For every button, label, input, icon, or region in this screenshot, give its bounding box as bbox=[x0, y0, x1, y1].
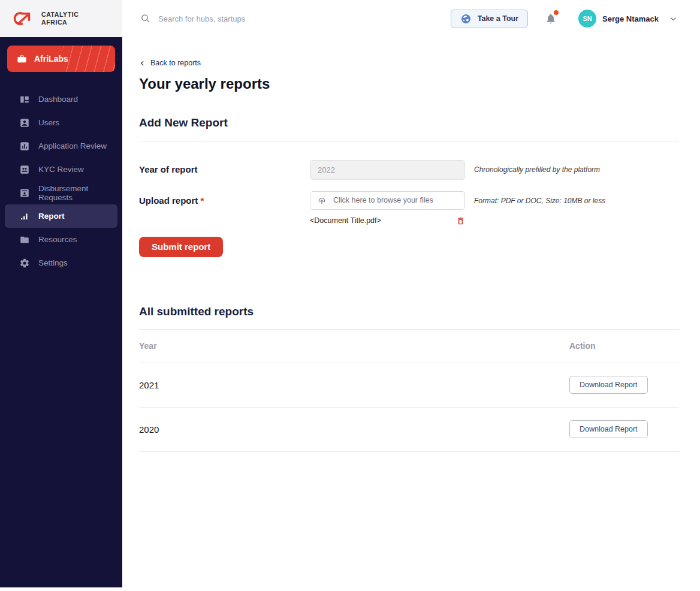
notifications-button[interactable] bbox=[545, 12, 557, 25]
brand-line1: CATALYTIC bbox=[41, 11, 79, 19]
upload-placeholder-text: Click here to browse your files bbox=[333, 196, 433, 204]
take-a-tour-button[interactable]: Take a Tour bbox=[451, 10, 528, 28]
sidebar-item-application-review[interactable]: Application Review bbox=[5, 134, 117, 158]
globe-icon bbox=[460, 13, 472, 25]
add-new-report-heading: Add New Report bbox=[139, 116, 679, 129]
search-input[interactable] bbox=[158, 14, 362, 23]
file-upload-field[interactable]: Click here to browse your files bbox=[310, 191, 465, 210]
all-submitted-reports-heading: All submitted reports bbox=[139, 305, 679, 318]
download-report-button[interactable]: Download Report bbox=[569, 420, 648, 438]
sidebar-item-users[interactable]: Users bbox=[5, 111, 117, 134]
upload-icon bbox=[317, 195, 327, 205]
divider bbox=[139, 141, 679, 141]
year-hint: Chronologically prefilled by the platfor… bbox=[474, 160, 600, 174]
stripe-pattern bbox=[64, 46, 115, 72]
search-bar bbox=[140, 13, 451, 24]
sidebar-item-label: Dashboard bbox=[38, 95, 78, 104]
sidebar-item-disbursement-requests[interactable]: Disbursement Requests bbox=[5, 181, 117, 204]
uploaded-file-row: <Document Title.pdf> bbox=[310, 216, 465, 225]
table-row: 2021 Download Report bbox=[139, 363, 679, 407]
back-link-label: Back to reports bbox=[150, 59, 201, 67]
required-asterisk: * bbox=[201, 195, 204, 206]
sidebar-item-kyc-review[interactable]: KYC Review bbox=[5, 158, 117, 181]
disbursement-icon bbox=[19, 188, 30, 198]
brand-wordmark: CATALYTIC AFRICA bbox=[41, 11, 79, 26]
upload-hint: Format: PDF or DOC, Size: 10MB or less bbox=[474, 191, 605, 205]
brand-line2: AFRICA bbox=[41, 19, 79, 26]
year-of-report-input[interactable] bbox=[310, 160, 465, 180]
year-of-report-label: Year of report bbox=[139, 160, 310, 174]
report-icon bbox=[19, 211, 30, 222]
sidebar-nav: Dashboard Users Application Review KYC R… bbox=[0, 88, 122, 275]
chevron-left-icon bbox=[139, 60, 146, 67]
report-year: 2020 bbox=[139, 424, 569, 435]
sidebar-item-dashboard[interactable]: Dashboard bbox=[5, 88, 117, 111]
sidebar-item-settings[interactable]: Settings bbox=[5, 251, 117, 275]
divider bbox=[139, 451, 679, 452]
users-icon bbox=[19, 117, 30, 128]
notification-badge-dot bbox=[554, 10, 559, 15]
briefcase-icon bbox=[17, 54, 27, 64]
main-content: Back to reports Your yearly reports Add … bbox=[122, 37, 700, 591]
chevron-down-icon bbox=[669, 15, 677, 23]
reports-table-header: Year Action bbox=[139, 330, 679, 363]
uploaded-file-name: <Document Title.pdf> bbox=[310, 216, 381, 225]
trash-icon[interactable] bbox=[456, 216, 465, 225]
action-column-header: Action bbox=[569, 341, 596, 351]
user-menu[interactable]: SN Serge Ntamack bbox=[578, 10, 677, 28]
search-icon bbox=[140, 13, 151, 24]
year-of-report-row: Year of report Chronologically prefilled… bbox=[139, 160, 679, 180]
org-label: AfriLabs bbox=[34, 54, 68, 64]
catalytic-africa-logo-icon bbox=[10, 9, 36, 28]
year-column-header: Year bbox=[139, 341, 569, 351]
sidebar-item-label: Application Review bbox=[38, 141, 107, 150]
sidebar-item-label: Users bbox=[38, 118, 59, 127]
sidebar-item-label: Report bbox=[38, 212, 65, 221]
dashboard-icon bbox=[19, 94, 30, 105]
report-year: 2021 bbox=[139, 380, 569, 390]
page-title: Your yearly reports bbox=[139, 76, 679, 92]
sidebar: AfriLabs Dashboard Users Application Rev… bbox=[0, 37, 122, 587]
take-a-tour-label: Take a Tour bbox=[478, 14, 518, 23]
org-button-afrilabs[interactable]: AfriLabs bbox=[7, 46, 115, 72]
user-name: Serge Ntamack bbox=[602, 14, 659, 23]
table-row: 2020 Download Report bbox=[139, 408, 679, 451]
sidebar-item-resources[interactable]: Resources bbox=[5, 228, 117, 251]
gear-icon bbox=[19, 258, 30, 269]
avatar: SN bbox=[578, 10, 596, 28]
upload-report-label: Upload report * bbox=[139, 191, 310, 206]
sidebar-item-label: Settings bbox=[38, 258, 68, 267]
sidebar-item-label: KYC Review bbox=[38, 165, 84, 174]
upload-report-row: Upload report * Click here to browse you… bbox=[139, 191, 679, 210]
sidebar-item-report[interactable]: Report bbox=[5, 204, 117, 228]
back-to-reports-link[interactable]: Back to reports bbox=[139, 59, 201, 67]
folder-icon bbox=[19, 234, 30, 245]
download-report-button[interactable]: Download Report bbox=[569, 376, 648, 394]
topbar: Take a Tour SN Serge Ntamack bbox=[122, 0, 700, 37]
application-review-icon bbox=[19, 141, 30, 152]
sidebar-item-label: Resources bbox=[38, 235, 77, 244]
sidebar-item-label: Disbursement Requests bbox=[38, 184, 117, 202]
kyc-review-icon bbox=[19, 164, 30, 175]
brand-logo-block: CATALYTIC AFRICA bbox=[0, 0, 122, 37]
submit-report-button[interactable]: Submit report bbox=[139, 237, 223, 257]
upload-label-text: Upload report bbox=[139, 195, 201, 206]
